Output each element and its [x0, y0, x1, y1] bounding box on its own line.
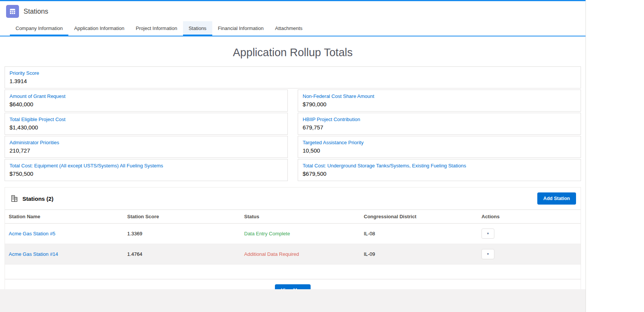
row-actions-dropdown-button[interactable]: ▼ — [481, 249, 494, 259]
field-value: 210,727 — [9, 147, 283, 154]
rollup-fields: Priority Score 1.3914 Amount of Grant Re… — [0, 66, 586, 181]
column-header-station-name: Station Name — [5, 210, 123, 223]
field-label: Total Eligible Project Cost — [9, 117, 283, 122]
congressional-district: IL-09 — [360, 246, 478, 262]
tab-financial-information[interactable]: Financial Information — [212, 21, 270, 36]
row-actions-dropdown-button[interactable]: ▼ — [481, 228, 494, 239]
field-label: Administrator Priorities — [9, 140, 283, 145]
field-label: Amount of Grant Request — [9, 93, 283, 99]
table-row: Acme Gas Station #14 1.4764 Additional D… — [5, 244, 581, 265]
field-value: $790,000 — [303, 101, 576, 107]
stations-object-icon — [6, 5, 19, 18]
page-header-title: Stations — [24, 8, 48, 16]
field-value: 1.3914 — [9, 78, 576, 84]
tab-stations[interactable]: Stations — [183, 21, 212, 36]
column-header-status: Status — [240, 210, 360, 223]
field-value: $640,000 — [9, 101, 283, 107]
field-value: 679,757 — [303, 124, 576, 131]
stations-card: Stations (2) Add Station Station Name St… — [5, 187, 581, 303]
tab-company-information[interactable]: Company Information — [10, 21, 68, 36]
station-name-link[interactable]: Acme Gas Station #14 — [9, 251, 58, 257]
field-total-cost-equipment: Total Cost: Equipment (All except USTS/S… — [5, 159, 288, 181]
chevron-down-icon: ▼ — [486, 232, 489, 235]
field-total-eligible-project-cost: Total Eligible Project Cost $1,430,000 — [5, 113, 288, 135]
field-label: Total Cost: Underground Storage Tanks/Sy… — [303, 163, 576, 169]
column-header-congressional-district: Congressional District — [360, 210, 478, 223]
buildings-icon — [10, 194, 19, 203]
field-label: Targeted Assistance Priority — [303, 140, 576, 145]
stations-table-header: Station Name Station Score Status Congre… — [5, 210, 581, 224]
table-row: Acme Gas Station #5 1.3369 Data Entry Co… — [5, 224, 581, 244]
field-label: Non-Federal Cost Share Amount — [303, 93, 576, 99]
field-value: $679,500 — [303, 170, 576, 177]
field-value: $750,500 — [9, 170, 283, 177]
field-value: 10,500 — [303, 147, 576, 154]
field-hbiip-project-contribution: HBIIP Project Contribution 679,757 — [298, 113, 581, 135]
column-header-station-score: Station Score — [123, 210, 240, 223]
field-priority-score: Priority Score 1.3914 — [5, 66, 581, 88]
field-non-federal-cost-share: Non-Federal Cost Share Amount $790,000 — [298, 90, 581, 112]
field-label: HBIIP Project Contribution — [303, 117, 576, 122]
station-score: 1.4764 — [123, 246, 240, 262]
tab-attachments[interactable]: Attachments — [269, 21, 308, 36]
station-status: Data Entry Complete — [240, 226, 360, 241]
field-value: $1,430,000 — [9, 124, 283, 131]
station-name-link[interactable]: Acme Gas Station #5 — [9, 231, 55, 236]
rollup-grid: Amount of Grant Request $640,000 Non-Fed… — [5, 90, 581, 181]
stations-section-header: Stations (2) Add Station — [5, 188, 581, 210]
field-amount-of-grant-request: Amount of Grant Request $640,000 — [5, 90, 288, 112]
app-window: Stations Company Information Application… — [0, 0, 586, 312]
bottom-background-strip — [0, 289, 586, 312]
field-administrator-priorities: Administrator Priorities 210,727 — [5, 136, 288, 158]
page-header: Stations — [0, 1, 586, 21]
tab-application-information[interactable]: Application Information — [68, 21, 130, 36]
table-empty-space — [5, 265, 581, 279]
add-station-button[interactable]: Add Station — [537, 192, 576, 205]
field-label: Priority Score — [9, 70, 576, 76]
tab-bar: Company Information Application Informat… — [0, 21, 586, 36]
stations-section-title: Stations (2) — [22, 195, 54, 202]
station-status: Additional Data Required — [240, 246, 360, 262]
station-score: 1.3369 — [123, 226, 240, 241]
field-label: Total Cost: Equipment (All except USTS/S… — [9, 163, 283, 169]
congressional-district: IL-08 — [360, 226, 478, 241]
column-header-actions: Actions — [478, 210, 581, 223]
table-icon — [8, 7, 17, 16]
tab-project-information[interactable]: Project Information — [130, 21, 183, 36]
page-title: Application Rollup Totals — [0, 46, 586, 59]
chevron-down-icon: ▼ — [486, 252, 489, 256]
field-targeted-assistance-priority: Targeted Assistance Priority 10,500 — [298, 136, 581, 158]
field-total-cost-usts: Total Cost: Underground Storage Tanks/Sy… — [298, 159, 581, 181]
